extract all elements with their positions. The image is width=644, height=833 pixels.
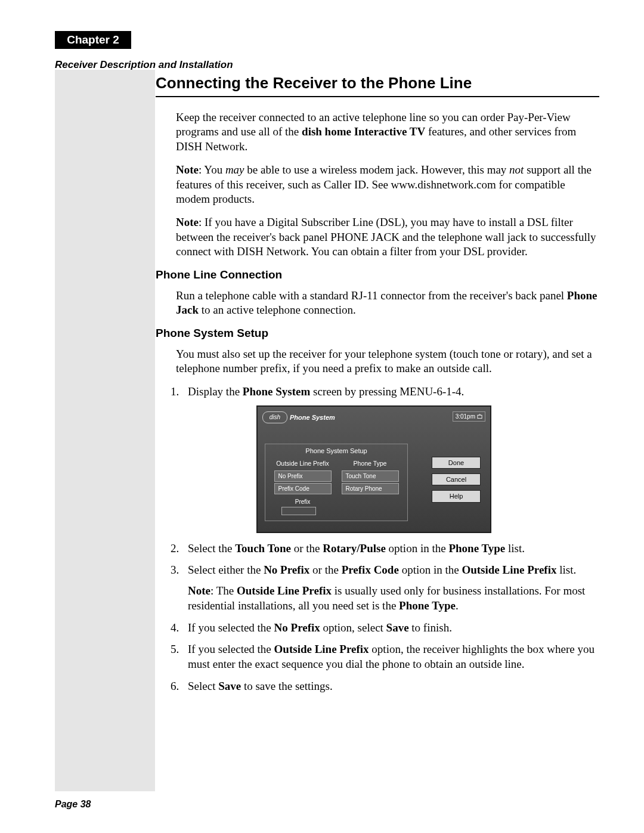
svg-rect-0 xyxy=(478,415,482,418)
bold-text: Outside Line Prefix xyxy=(274,643,369,655)
bold-text: No Prefix xyxy=(264,563,309,576)
italic-text: not xyxy=(509,163,524,176)
tv-screenshot: dish Phone System 3:01pm Phone System Se… xyxy=(256,405,599,533)
text: option, select xyxy=(320,621,386,634)
text: list. xyxy=(556,563,576,576)
dish-logo: dish xyxy=(262,411,287,423)
title-rule xyxy=(156,96,599,97)
bold-text: Prefix Code xyxy=(342,563,399,576)
note-3: Note: The Outside Line Prefix is usually… xyxy=(188,584,599,613)
tv-time-text: 3:01pm xyxy=(456,413,475,420)
document-page: Chapter 2 Receiver Description and Insta… xyxy=(0,0,644,833)
chapter-tab: Chapter 2 xyxy=(55,31,131,49)
subheading-phone-system-setup: Phone System Setup xyxy=(156,326,599,341)
text: Display the xyxy=(188,385,243,398)
tv-header: dish Phone System 3:01pm xyxy=(262,411,485,423)
steps-list: Display the Phone System screen by press… xyxy=(156,385,599,693)
done-button[interactable]: Done xyxy=(432,457,481,469)
bold-text: Phone Type xyxy=(399,599,456,612)
text: list. xyxy=(505,542,525,555)
text: or the xyxy=(291,542,323,555)
text: If you selected the xyxy=(188,643,274,655)
tv-icon xyxy=(477,414,482,419)
left-margin-band xyxy=(55,70,155,791)
text: If you selected the xyxy=(188,621,274,634)
prefix-input[interactable] xyxy=(281,507,316,515)
text: . xyxy=(456,599,459,612)
page-number: Page 38 xyxy=(55,798,91,811)
tv-screen-title: Phone System xyxy=(290,413,335,422)
col-outside-line-prefix: Outside Line Prefix No Prefix Prefix Cod… xyxy=(274,460,332,515)
tv-buttons: Done Cancel Help xyxy=(432,457,481,503)
bold-text: Touch Tone xyxy=(235,542,291,555)
italic-text: may xyxy=(225,163,244,176)
step-1: Display the Phone System screen by press… xyxy=(182,385,599,533)
help-button[interactable]: Help xyxy=(432,490,481,502)
note-1: Note: You may be able to use a wireless … xyxy=(176,163,599,207)
text: to finish. xyxy=(409,621,452,634)
bold-text: No Prefix xyxy=(274,621,320,634)
col1-head: Outside Line Prefix xyxy=(274,460,332,468)
step-2: Select the Touch Tone or the Rotary/Puls… xyxy=(182,541,599,556)
bold-text: Outside Line Prefix xyxy=(237,584,332,597)
page-title: Connecting the Receiver to the Phone Lin… xyxy=(156,70,599,94)
bold-text: Rotary/Pulse xyxy=(323,542,386,555)
note-label: Note xyxy=(188,584,210,597)
step-4: If you selected the No Prefix option, se… xyxy=(182,621,599,636)
content-area: Connecting the Receiver to the Phone Lin… xyxy=(156,70,599,701)
intro-block: Keep the receiver connected to an active… xyxy=(176,110,599,259)
step-6: Select Save to save the settings. xyxy=(182,679,599,694)
bold-text: Phone System xyxy=(243,385,310,398)
text: Select either the xyxy=(188,563,264,576)
text: or the xyxy=(309,563,341,576)
tv-clock: 3:01pm xyxy=(453,411,485,422)
option-touch-tone[interactable]: Touch Tone xyxy=(342,470,399,482)
phone-system-setup-panel: Phone System Setup Outside Line Prefix N… xyxy=(265,444,408,521)
text: Run a telephone cable with a standard RJ… xyxy=(176,289,567,302)
text: : The xyxy=(210,584,237,597)
prefix-label: Prefix xyxy=(274,498,332,506)
text: : You xyxy=(199,163,225,176)
panel-title: Phone System Setup xyxy=(265,447,407,455)
note-label: Note xyxy=(176,216,199,228)
bold-text: Outside Line Prefix xyxy=(462,563,556,576)
step-5: If you selected the Outside Line Prefix … xyxy=(182,642,599,671)
option-rotary-phone[interactable]: Rotary Phone xyxy=(342,483,399,494)
phone-line-connection-text: Run a telephone cable with a standard RJ… xyxy=(176,289,599,318)
text: to save the settings. xyxy=(241,680,333,692)
panel-columns: Outside Line Prefix No Prefix Prefix Cod… xyxy=(265,460,407,515)
text: : If you have a Digital Subscriber Line … xyxy=(176,216,596,258)
note-label: Note xyxy=(176,163,199,176)
text: be able to use a wireless modem jack. Ho… xyxy=(244,163,510,176)
text: Select the xyxy=(188,542,235,555)
text: option in the xyxy=(386,542,449,555)
col2-head: Phone Type xyxy=(342,460,399,468)
intro-paragraph-1: Keep the receiver connected to an active… xyxy=(176,110,599,154)
subheading-phone-line-connection: Phone Line Connection xyxy=(156,268,599,283)
option-no-prefix[interactable]: No Prefix xyxy=(274,470,332,482)
text: to an active telephone connection. xyxy=(199,304,356,316)
text: option in the xyxy=(399,563,462,576)
bold-text: Save xyxy=(386,621,409,634)
bold-text: Save xyxy=(218,680,241,692)
text: screen by pressing MENU-6-1-4. xyxy=(310,385,464,398)
tv-screen: dish Phone System 3:01pm Phone System Se… xyxy=(256,405,491,533)
col-phone-type: Phone Type Touch Tone Rotary Phone xyxy=(342,460,399,515)
bold-text: dish home Interactive TV xyxy=(302,125,425,138)
note-2: Note: If you have a Digital Subscriber L… xyxy=(176,215,599,259)
option-prefix-code[interactable]: Prefix Code xyxy=(274,483,332,494)
step-3: Select either the No Prefix or the Prefi… xyxy=(182,563,599,613)
phone-line-connection-block: Run a telephone cable with a standard RJ… xyxy=(176,289,599,318)
cancel-button[interactable]: Cancel xyxy=(432,473,481,485)
phone-system-intro: You must also set up the receiver for yo… xyxy=(176,347,599,376)
bold-text: Phone Type xyxy=(448,542,505,555)
phone-system-intro-text: You must also set up the receiver for yo… xyxy=(176,347,599,376)
text: Select xyxy=(188,680,218,692)
